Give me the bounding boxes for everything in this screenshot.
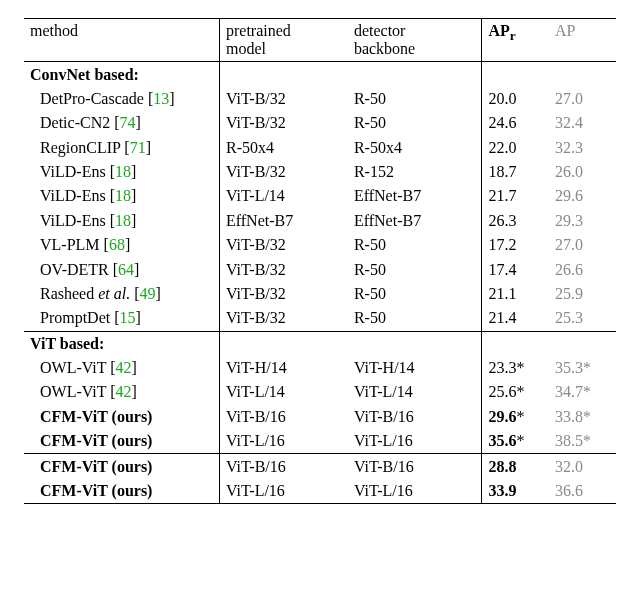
table-row: CFM-ViT (ours) ViT-L/16 ViT-L/16 33.9 36… [24, 479, 616, 504]
star-icon: * [516, 432, 524, 449]
apr-cell: 24.6 [482, 111, 549, 135]
backbone-cell: ViT-B/16 [348, 454, 482, 479]
apr-label: AP [488, 22, 509, 39]
ap-cell: 27.0 [549, 233, 616, 257]
col-pretrained: pretrained model [219, 19, 347, 62]
table-row: CFM-ViT (ours) ViT-B/16 ViT-B/16 28.8 32… [24, 454, 616, 479]
backbone-cell: R-50x4 [348, 136, 482, 160]
apr-cell: 22.0 [482, 136, 549, 160]
apr-cell: 29.6* [482, 405, 549, 429]
star-icon: * [583, 359, 591, 376]
ap-cell: 26.0 [549, 160, 616, 184]
col-method-label: method [30, 22, 78, 39]
apr-cell: 35.6* [482, 429, 549, 454]
cite-link[interactable]: 74 [120, 114, 136, 131]
col-ap: AP [549, 19, 616, 62]
pretrained-cell: ViT-L/14 [219, 184, 347, 208]
col-backbone: detector backbone [348, 19, 482, 62]
backbone-cell: EffNet-B7 [348, 209, 482, 233]
star-icon: * [516, 408, 524, 425]
cite-link[interactable]: 15 [120, 309, 136, 326]
table-row: OV-DETR [64] ViT-B/32 R-50 17.4 26.6 [24, 257, 616, 281]
apr-cell: 25.6* [482, 380, 549, 404]
pretrained-line2: model [226, 40, 266, 57]
ap-cell: 32.0 [549, 454, 616, 479]
method-cell: OWL-ViT [42] [24, 356, 219, 380]
apr-cell: 26.3 [482, 209, 549, 233]
backbone-cell: R-50 [348, 233, 482, 257]
method-cell: OWL-ViT [42] [24, 380, 219, 404]
ap-cell: 34.7* [549, 380, 616, 404]
cite-link[interactable]: 64 [118, 261, 134, 278]
method-cell: OV-DETR [64] [24, 257, 219, 281]
apr-cell: 28.8 [482, 454, 549, 479]
ap-cell: 32.4 [549, 111, 616, 135]
cite-link[interactable]: 18 [115, 163, 131, 180]
method-cell: CFM-ViT (ours) [24, 405, 219, 429]
method-cell: Detic-CN2 [74] [24, 111, 219, 135]
backbone-line1: detector [354, 22, 406, 39]
method-cell: DetPro-Cascade [13] [24, 87, 219, 111]
backbone-cell: ViT-B/16 [348, 405, 482, 429]
cite-link[interactable]: 18 [115, 212, 131, 229]
method-cell: PromptDet [15] [24, 306, 219, 331]
ap-label: AP [555, 22, 575, 39]
backbone-line2: backbone [354, 40, 415, 57]
apr-cell: 21.4 [482, 306, 549, 331]
backbone-cell: R-152 [348, 160, 482, 184]
table-row: OWL-ViT [42] ViT-H/14 ViT-H/14 23.3* 35.… [24, 356, 616, 380]
pretrained-cell: ViT-L/14 [219, 380, 347, 404]
table-row: CFM-ViT (ours) ViT-L/16 ViT-L/16 35.6* 3… [24, 429, 616, 454]
ap-cell: 32.3 [549, 136, 616, 160]
cite-link[interactable]: 68 [109, 236, 125, 253]
pretrained-cell: ViT-L/16 [219, 479, 347, 504]
backbone-cell: R-50 [348, 87, 482, 111]
table-row: DetPro-Cascade [13] ViT-B/32 R-50 20.0 2… [24, 87, 616, 111]
cite-link[interactable]: 42 [116, 383, 132, 400]
table-row: CFM-ViT (ours) ViT-B/16 ViT-B/16 29.6* 3… [24, 405, 616, 429]
pretrained-cell: ViT-H/14 [219, 356, 347, 380]
ap-cell: 25.3 [549, 306, 616, 331]
ap-cell: 36.6 [549, 479, 616, 504]
backbone-cell: EffNet-B7 [348, 184, 482, 208]
star-icon: * [516, 383, 524, 400]
cite-link[interactable]: 71 [130, 139, 146, 156]
backbone-cell: R-50 [348, 257, 482, 281]
cite-link[interactable]: 13 [153, 90, 169, 107]
section-vit: ViT based: [24, 331, 616, 356]
col-apr: APr [482, 19, 549, 62]
cite-link[interactable]: 18 [115, 187, 131, 204]
col-method: method [24, 19, 219, 62]
star-icon: * [583, 383, 591, 400]
method-cell: CFM-ViT (ours) [24, 429, 219, 454]
apr-sub: r [510, 28, 516, 43]
table-row: RegionCLIP [71] R-50x4 R-50x4 22.0 32.3 [24, 136, 616, 160]
ap-cell: 33.8* [549, 405, 616, 429]
apr-cell: 23.3* [482, 356, 549, 380]
pretrained-cell: ViT-B/16 [219, 454, 347, 479]
method-cell: VL-PLM [68] [24, 233, 219, 257]
ap-cell: 29.6 [549, 184, 616, 208]
star-icon: * [516, 359, 524, 376]
method-cell: ViLD-Ens [18] [24, 209, 219, 233]
section-convnet: ConvNet based: [24, 62, 616, 87]
table-row: OWL-ViT [42] ViT-L/14 ViT-L/14 25.6* 34.… [24, 380, 616, 404]
pretrained-cell: ViT-B/32 [219, 306, 347, 331]
apr-cell: 21.1 [482, 282, 549, 306]
pretrained-cell: ViT-B/32 [219, 257, 347, 281]
apr-cell: 17.4 [482, 257, 549, 281]
results-table: method pretrained model detector backbon… [24, 18, 616, 504]
ap-cell: 38.5* [549, 429, 616, 454]
method-cell: RegionCLIP [71] [24, 136, 219, 160]
ap-cell: 35.3* [549, 356, 616, 380]
table-row: ViLD-Ens [18] ViT-B/32 R-152 18.7 26.0 [24, 160, 616, 184]
cite-link[interactable]: 49 [140, 285, 156, 302]
backbone-cell: ViT-H/14 [348, 356, 482, 380]
pretrained-cell: EffNet-B7 [219, 209, 347, 233]
section-convnet-label: ConvNet based: [24, 62, 219, 87]
backbone-cell: ViT-L/16 [348, 429, 482, 454]
method-cell: CFM-ViT (ours) [24, 479, 219, 504]
cite-link[interactable]: 42 [116, 359, 132, 376]
ap-cell: 26.6 [549, 257, 616, 281]
backbone-cell: R-50 [348, 282, 482, 306]
